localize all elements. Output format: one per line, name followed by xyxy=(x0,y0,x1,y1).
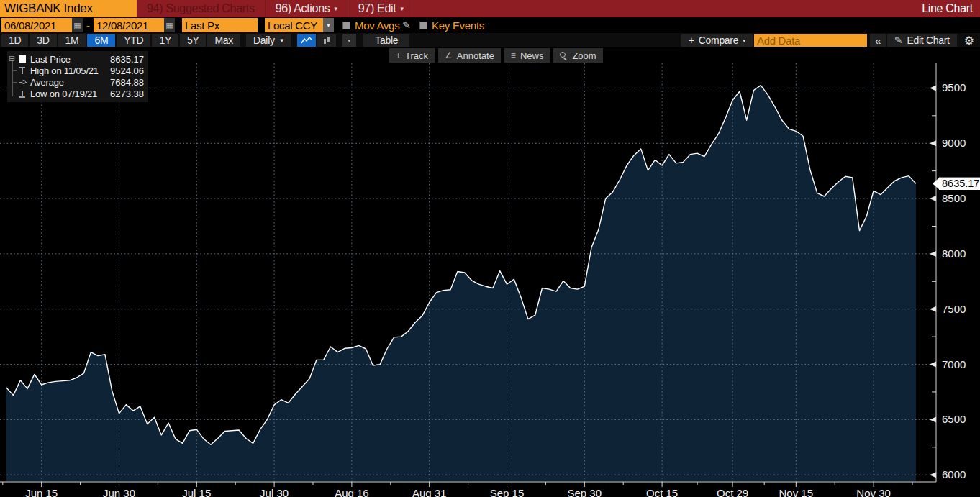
line-chart-icon xyxy=(301,36,312,45)
chevron-down-icon: ▾ xyxy=(348,37,350,44)
svg-text:9500: 9500 xyxy=(942,81,966,94)
zoom-icon xyxy=(560,52,568,60)
legend-tree-stub xyxy=(12,82,17,83)
svg-text:Jul 30: Jul 30 xyxy=(260,487,289,497)
low-marker-icon xyxy=(19,90,25,98)
annotate-button[interactable]: ∠Annotate xyxy=(438,48,501,63)
chart-tools-toolbar: +Track∠Annotate≡NewsZoom xyxy=(389,48,603,63)
candlestick-icon xyxy=(322,36,332,45)
svg-text:6500: 6500 xyxy=(942,413,966,425)
chart-area-fill xyxy=(6,86,916,481)
mov-avgs-label: Mov Avgs xyxy=(355,19,399,32)
range-tab-3d[interactable]: 3D xyxy=(30,34,56,47)
chart-legend[interactable]: ⊟ Last Price8635.17High on 11/05/219524.… xyxy=(7,51,148,102)
security-ticker-field[interactable]: WIGBANK Index xyxy=(0,0,137,17)
key-events-label: Key Events xyxy=(432,19,484,32)
add-data-input[interactable] xyxy=(754,34,867,47)
legend-row[interactable]: Last Price8635.17 xyxy=(19,53,144,65)
collapse-panel-button[interactable]: « xyxy=(870,34,886,47)
price-chart[interactable]: 60006500700075008000850090009500Jun 15Ju… xyxy=(0,47,980,497)
line-chart-type-button[interactable] xyxy=(297,34,316,47)
svg-text:Sep 30: Sep 30 xyxy=(568,487,602,497)
crosshair-icon: + xyxy=(396,50,401,60)
menu-suggested-charts[interactable]: 94) Suggested Charts xyxy=(137,0,266,17)
range-tab-1d[interactable]: 1D xyxy=(1,34,28,47)
menu-actions[interactable]: 96) Actions ▾ xyxy=(266,0,348,17)
currency-input[interactable]: Local CCY xyxy=(265,18,323,32)
frequency-dropdown[interactable]: Daily ▼ xyxy=(246,34,291,47)
news-icon: ≡ xyxy=(511,50,516,60)
range-bar: 1D3D1M6MYTD1Y5YMax Daily ▼ ▾ Table + Com… xyxy=(0,33,980,47)
y-axis-ticks: 60006500700075008000850090009500 xyxy=(930,81,966,480)
svg-text:Jun 15: Jun 15 xyxy=(25,487,58,497)
range-tab-1m[interactable]: 1M xyxy=(58,34,86,47)
range-tab-max[interactable]: Max xyxy=(207,34,240,47)
range-tab-5y[interactable]: 5Y xyxy=(180,34,207,47)
svg-text:Sep 15: Sep 15 xyxy=(490,487,525,497)
table-button[interactable]: Table xyxy=(363,34,409,47)
gear-icon[interactable]: ⚙ xyxy=(958,34,980,47)
chevron-down-icon: ▾ xyxy=(400,5,403,12)
legend-row[interactable]: Low on 07/19/216273.38 xyxy=(19,88,144,99)
svg-text:7500: 7500 xyxy=(942,303,966,315)
chart-type-dropdown-button[interactable]: ▾ xyxy=(342,34,356,47)
x-axis-ticks: Jun 15Jun 30Jul 15Jul 30Aug 16Aug 31Sep … xyxy=(3,482,912,497)
average-marker-icon xyxy=(19,78,27,86)
svg-text:Jul 15: Jul 15 xyxy=(182,487,211,497)
field-bar: 06/08/2021 ▦ - 12/08/2021 ▦ Last Px Loca… xyxy=(0,17,980,33)
plus-icon: + xyxy=(689,35,694,46)
chevron-down-icon: ▾ xyxy=(335,5,337,12)
legend-row[interactable]: High on 11/05/219524.06 xyxy=(19,65,144,76)
svg-text:9000: 9000 xyxy=(942,137,966,149)
bloomberg-chart-window: WIGBANK Index 94) Suggested Charts 96) A… xyxy=(0,0,980,497)
legend-tree-line xyxy=(12,61,13,96)
last-price-tag: 8635.17 xyxy=(933,178,980,190)
svg-text:Nov 30: Nov 30 xyxy=(856,487,891,497)
swatch-marker-icon xyxy=(19,55,26,63)
date-range-separator: - xyxy=(83,19,94,32)
calendar-icon[interactable]: ▦ xyxy=(72,18,83,32)
track-button[interactable]: +Track xyxy=(389,48,435,63)
pencil-icon: ✎ xyxy=(894,35,902,46)
svg-text:Aug 16: Aug 16 xyxy=(335,487,369,497)
svg-text:Jun 30: Jun 30 xyxy=(103,487,135,497)
chart-region[interactable]: 60006500700075008000850090009500Jun 15Ju… xyxy=(0,47,980,497)
news-button[interactable]: ≡News xyxy=(504,48,550,63)
compare-button[interactable]: + Compare ▾ xyxy=(681,34,753,47)
price-type-input[interactable]: Last Px xyxy=(182,18,258,32)
key-events-checkbox[interactable] xyxy=(419,22,427,29)
svg-text:8635.17: 8635.17 xyxy=(942,178,979,189)
svg-text:Aug 31: Aug 31 xyxy=(412,487,447,497)
mov-avgs-checkbox[interactable] xyxy=(342,22,350,29)
calendar-icon[interactable]: ▦ xyxy=(164,18,175,32)
legend-row[interactable]: Average7684.88 xyxy=(19,76,144,88)
svg-text:8500: 8500 xyxy=(942,192,966,204)
edit-chart-button[interactable]: ✎ Edit Chart xyxy=(887,34,957,47)
chevron-down-icon: ▾ xyxy=(743,37,745,44)
annotate-icon: ∠ xyxy=(445,50,453,60)
svg-text:Oct 15: Oct 15 xyxy=(646,487,678,497)
legend-tree-stub xyxy=(12,94,17,94)
svg-text:6000: 6000 xyxy=(942,468,966,480)
legend-rows: Last Price8635.17High on 11/05/219524.06… xyxy=(19,53,144,99)
chevron-down-icon: ▾ xyxy=(327,22,330,29)
currency-dropdown-button[interactable]: ▾ xyxy=(323,18,334,32)
menu-edit[interactable]: 97) Edit ▾ xyxy=(348,0,414,17)
svg-text:Oct 29: Oct 29 xyxy=(717,487,748,497)
candle-chart-type-button[interactable] xyxy=(317,34,336,47)
range-tab-1y[interactable]: 1Y xyxy=(152,34,178,47)
chart-type-label: Line Chart xyxy=(915,0,980,17)
range-tab-ytd[interactable]: YTD xyxy=(117,34,150,47)
title-bar: WIGBANK Index 94) Suggested Charts 96) A… xyxy=(0,0,980,17)
zoom-button[interactable]: Zoom xyxy=(553,48,602,63)
range-tab-6m[interactable]: 6M xyxy=(87,34,115,47)
svg-text:Nov 15: Nov 15 xyxy=(779,487,814,497)
date-to-input[interactable]: 12/08/2021 xyxy=(94,18,164,32)
svg-text:7000: 7000 xyxy=(942,358,966,370)
pencil-icon[interactable]: ✎ xyxy=(402,19,411,31)
svg-text:8000: 8000 xyxy=(942,247,966,260)
high-marker-icon xyxy=(19,67,25,75)
legend-tree-stub xyxy=(12,70,17,71)
date-from-input[interactable]: 06/08/2021 xyxy=(1,18,72,32)
range-tabs: 1D3D1M6MYTD1Y5YMax xyxy=(1,34,242,47)
